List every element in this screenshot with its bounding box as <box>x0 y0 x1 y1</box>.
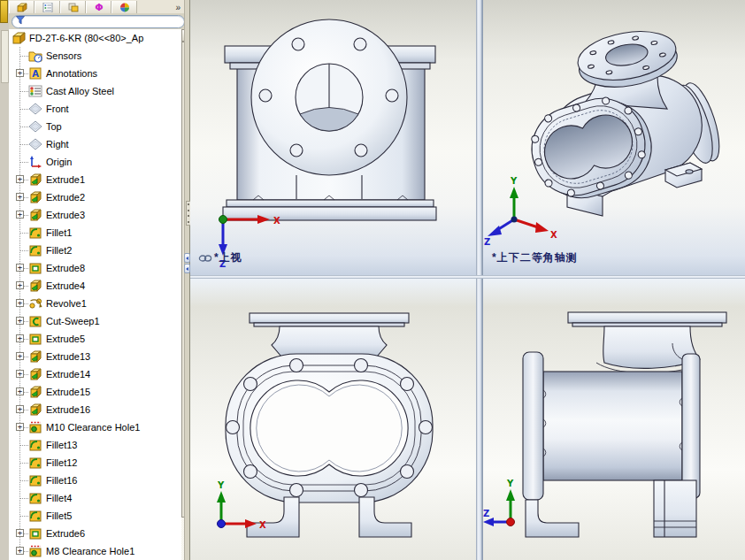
sensors-icon <box>28 49 43 63</box>
tree-item-label: Front <box>46 104 69 114</box>
tree-item-cast-alloy-steel[interactable]: Cast Alloy Steel <box>9 82 184 100</box>
tree-item-extrude4[interactable]: +Extrude4 <box>9 277 184 295</box>
right-view-drawing: Y Z <box>483 279 745 560</box>
tree-item-extrude8[interactable]: +Extrude8 <box>9 259 184 277</box>
expand-toggle[interactable]: + <box>16 264 24 272</box>
tree-item-fillet1[interactable]: Fillet1 <box>9 224 184 242</box>
expand-toggle[interactable]: + <box>16 211 24 219</box>
viewport-front-view[interactable]: Y X <box>190 279 476 560</box>
tree-item-label: Fillet2 <box>46 245 72 256</box>
tree-item-front[interactable]: Front <box>9 100 184 118</box>
fillet-icon <box>28 438 43 452</box>
tree-item-extrude15[interactable]: +Extrude15 <box>9 383 184 401</box>
tree-item-right[interactable]: Right <box>9 135 184 153</box>
tree-item-fillet4[interactable]: Fillet4 <box>9 489 184 507</box>
tree-item-top[interactable]: Top <box>9 118 184 135</box>
tree-item-extrude13[interactable]: +Extrude13 <box>9 348 184 365</box>
tab-overflow-chevron[interactable]: » <box>175 3 180 13</box>
expand-toggle[interactable]: + <box>16 423 24 431</box>
expand-toggle[interactable]: + <box>16 352 24 360</box>
tree-item-extrude3[interactable]: +Extrude3 <box>9 206 184 224</box>
tree-item-m8-clearance-hole1[interactable]: +M8 Clearance Hole1 <box>9 542 184 560</box>
tree-connector <box>20 162 28 163</box>
viewport-label-top-view: *上视 <box>214 250 242 265</box>
tree-item-fd-2t-6-kr-80-80-ap[interactable]: FD-2T-6-KR (80<<80>_Ap <box>9 29 184 47</box>
viewport-collapse-button[interactable] <box>184 253 190 263</box>
dimxpert-tab[interactable]: Φ <box>86 1 111 13</box>
featuremanager-panel: Φ » FD-2T-6-KR (80<<80>_ApSensors+AAnnot… <box>9 0 184 560</box>
propertymanager-tab[interactable] <box>35 1 60 13</box>
expand-toggle[interactable]: + <box>16 405 24 413</box>
expand-toggle[interactable]: + <box>16 529 24 537</box>
tree-item-extrude16[interactable]: +Extrude16 <box>9 401 184 418</box>
svg-text:Y: Y <box>510 176 518 186</box>
tree-item-label: Extrude5 <box>46 334 85 344</box>
tree-item-fillet2[interactable]: Fillet2 <box>9 242 184 259</box>
viewport-label-isometric: *上下二等角轴测 <box>492 250 578 265</box>
tree-item-m10-clearance-hole1[interactable]: +M10 Clearance Hole1 <box>9 418 184 436</box>
panel-splitter[interactable] <box>184 0 190 560</box>
hole-wizard-icon <box>28 420 43 434</box>
tree-item-extrude14[interactable]: +Extrude14 <box>9 365 184 383</box>
tree-item-annotations[interactable]: +AAnnotations <box>9 65 184 82</box>
material-icon <box>28 84 43 98</box>
isometric-view-drawing: Y X Z <box>483 0 745 275</box>
tree-connector <box>20 144 28 145</box>
cut-extrude-icon <box>28 526 43 541</box>
plane-icon <box>28 119 43 134</box>
triad-right-view: Y Z <box>483 479 515 526</box>
svg-text:Φ: Φ <box>95 2 103 12</box>
tree-connector <box>20 445 28 446</box>
tree-item-fillet5[interactable]: Fillet5 <box>9 507 184 525</box>
tree-item-label: Extrude16 <box>46 404 90 415</box>
tree-item-extrude5[interactable]: +Extrude5 <box>9 330 184 348</box>
expand-toggle[interactable]: + <box>16 299 24 307</box>
expand-toggle[interactable]: + <box>16 387 24 395</box>
cut-sweep-icon <box>28 314 43 328</box>
tree-connector <box>20 109 28 110</box>
tree-item-fillet12[interactable]: Fillet12 <box>9 454 184 472</box>
filter-input[interactable] <box>27 17 169 27</box>
tree-item-fillet13[interactable]: Fillet13 <box>9 436 184 454</box>
tree-connector <box>20 127 28 127</box>
featuremanager-tab[interactable] <box>9 1 35 13</box>
configurationmanager-tab[interactable] <box>60 1 86 13</box>
viewport-top-view[interactable]: X Z *上视 <box>190 0 476 275</box>
boss-extrude-icon <box>28 173 43 187</box>
tree-item-cut-sweep1[interactable]: +Cut-Sweep1 <box>9 312 184 330</box>
link-views-icon[interactable] <box>198 254 212 265</box>
part-icon <box>12 31 27 45</box>
hole-wizard-icon <box>28 544 43 558</box>
tree-item-extrude6[interactable]: +Extrude6 <box>9 525 184 542</box>
expand-toggle[interactable]: + <box>16 193 24 201</box>
boss-extrude-icon <box>28 403 43 417</box>
tree-item-extrude1[interactable]: +Extrude1 <box>9 171 184 188</box>
viewport-collapse-button[interactable] <box>184 264 190 273</box>
expand-toggle[interactable]: + <box>16 175 24 183</box>
tree-item-origin[interactable]: Origin <box>9 153 184 171</box>
tree-connector <box>20 91 28 92</box>
cut-extrude-icon <box>28 332 43 346</box>
expand-toggle[interactable]: + <box>16 317 24 325</box>
viewport-right-view[interactable]: Y Z <box>483 279 745 560</box>
tree-filter-box[interactable] <box>12 15 185 28</box>
displaymanager-tab[interactable] <box>111 1 137 13</box>
tree-connector <box>20 56 28 57</box>
tree-item-extrude2[interactable]: +Extrude2 <box>9 188 184 206</box>
viewport-isometric-view[interactable]: Y X Z *上下二等角轴测 <box>483 0 745 275</box>
expand-toggle[interactable]: + <box>16 69 24 77</box>
tree-item-fillet16[interactable]: Fillet16 <box>9 472 184 489</box>
expand-toggle[interactable]: + <box>16 547 24 555</box>
svg-text:Y: Y <box>217 480 225 490</box>
annotations-icon: A <box>28 66 43 81</box>
tree-item-label: Fillet4 <box>46 493 72 503</box>
origin-icon <box>28 155 43 169</box>
tree-item-sensors[interactable]: Sensors <box>9 47 184 65</box>
expand-toggle[interactable]: + <box>16 334 24 342</box>
vertical-viewport-splitter[interactable] <box>476 0 483 560</box>
svg-text:X: X <box>259 520 266 530</box>
expand-toggle[interactable]: + <box>16 281 24 289</box>
tree-item-revolve1[interactable]: +Revolve1 <box>9 295 184 312</box>
expand-toggle[interactable]: + <box>16 370 24 378</box>
tree-item-label: Extrude8 <box>46 263 85 273</box>
